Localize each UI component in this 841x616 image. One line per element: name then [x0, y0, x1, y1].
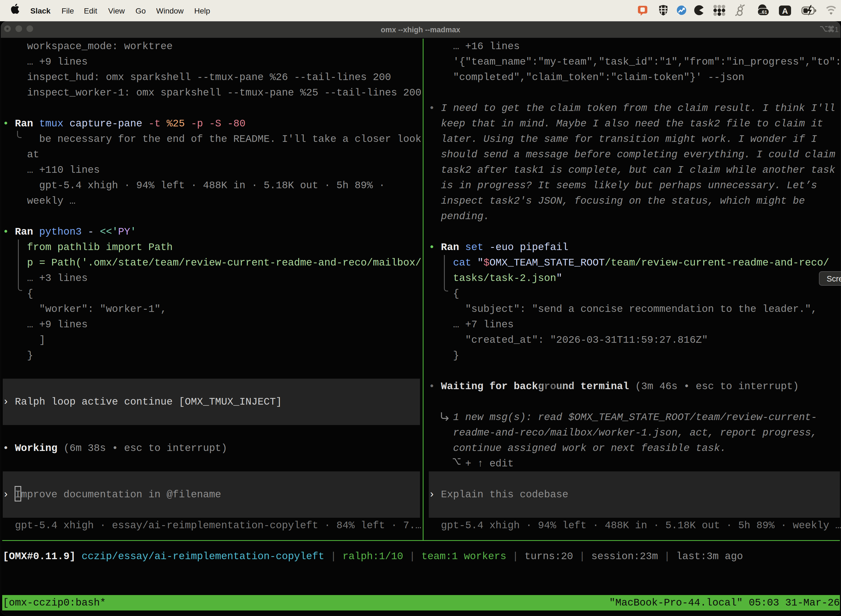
svg-text:1: 1	[835, 25, 838, 34]
svg-text:..61: ..61	[759, 10, 767, 15]
svg-text:A: A	[782, 6, 788, 15]
